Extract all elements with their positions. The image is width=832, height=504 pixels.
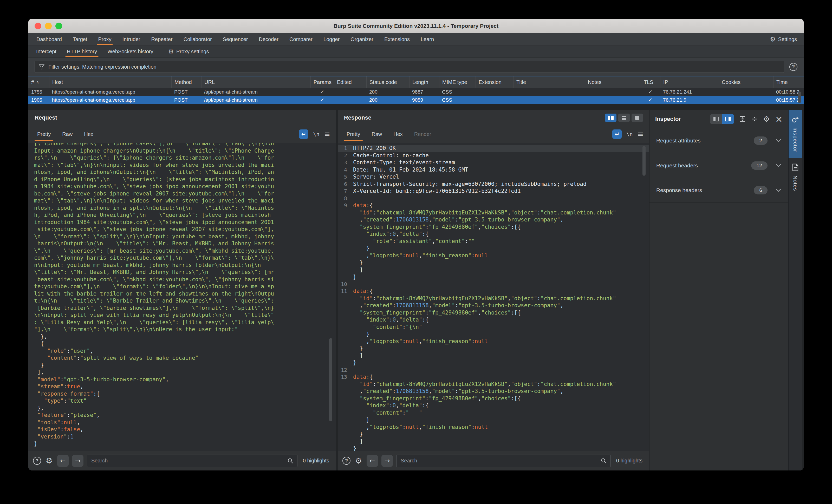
show-newlines-toggle[interactable]: \n xyxy=(626,131,632,137)
menu-tab-intruder[interactable]: Intruder xyxy=(117,33,146,46)
inspector-settings-gear-icon[interactable]: ⚙ xyxy=(763,115,770,123)
menu-tab-organizer[interactable]: Organizer xyxy=(345,33,379,46)
response-tab-render[interactable]: Render xyxy=(409,125,437,143)
column-header-params[interactable]: Params xyxy=(310,76,334,88)
proxy-settings-button[interactable]: ⚙ Proxy settings xyxy=(163,46,214,57)
expand-all-icon[interactable] xyxy=(739,116,746,123)
inspector-section-response-headers[interactable]: Response headers6 xyxy=(649,178,788,203)
word-wrap-toggle-icon[interactable]: ↵ xyxy=(612,129,622,139)
column-header-title[interactable]: Title xyxy=(513,76,585,88)
column-header-[interactable]: #∧ xyxy=(28,76,49,88)
column-header-length[interactable]: Length xyxy=(409,76,439,88)
line-content: "id":"chatcmpl-8nWMQ7ybrHavbitqEuZX12vHa… xyxy=(350,381,649,388)
count-badge: 12 xyxy=(751,161,768,170)
menu-tab-learn[interactable]: Learn xyxy=(415,33,439,46)
layout-columns-button[interactable] xyxy=(605,113,617,122)
settings-button[interactable]: ⚙ Settings xyxy=(763,33,804,46)
column-header-method[interactable]: Method xyxy=(171,76,201,88)
next-match-button[interactable]: → xyxy=(72,455,83,467)
close-inspector-icon[interactable]: × xyxy=(775,115,783,124)
column-header-status-code[interactable]: Status code xyxy=(366,76,409,88)
menu-tab-proxy[interactable]: Proxy xyxy=(93,33,117,46)
line-content: "index":0,"delta":{ xyxy=(350,231,649,238)
close-window-button[interactable] xyxy=(34,23,41,29)
help-icon[interactable]: ? xyxy=(789,63,798,71)
help-icon[interactable]: ? xyxy=(342,457,350,465)
response-code-line: ] xyxy=(338,352,649,360)
inspector-section-request-attributes[interactable]: Request attributes2 xyxy=(649,128,788,153)
menu-tab-target[interactable]: Target xyxy=(67,33,93,46)
response-code-line: ,"logprobs":null,"finish_reason":null xyxy=(338,424,649,431)
help-icon[interactable]: ? xyxy=(33,457,41,465)
menu-tab-dashboard[interactable]: Dashboard xyxy=(31,33,67,46)
table-row-1755[interactable]: 1755https://open-ai-chat-omega.vercel.ap… xyxy=(28,88,804,96)
previous-match-button[interactable]: ← xyxy=(367,455,378,467)
request-scrollbar[interactable] xyxy=(329,338,332,421)
layout-rows-button[interactable] xyxy=(618,113,630,122)
menu-tab-sequencer[interactable]: Sequencer xyxy=(217,33,254,46)
chevron-down-icon[interactable] xyxy=(775,163,782,168)
minimize-window-button[interactable] xyxy=(45,23,52,29)
panel-divider[interactable] xyxy=(336,110,338,471)
menu-tab-repeater[interactable]: Repeater xyxy=(146,33,178,46)
chevron-down-icon[interactable] xyxy=(775,188,782,192)
chevron-down-icon[interactable] xyxy=(775,138,782,143)
response-editor[interactable]: 1HTTP/2 200 OK2Cache-Control: no-cache3C… xyxy=(338,143,649,451)
column-header-host[interactable]: Host xyxy=(49,76,171,88)
previous-match-button[interactable]: ← xyxy=(57,455,69,467)
request-tab-raw[interactable]: Raw xyxy=(56,125,78,143)
response-tab-pretty[interactable]: Pretty xyxy=(341,125,366,143)
search-settings-gear-icon[interactable]: ⚙ xyxy=(45,456,54,466)
subtab-http-history[interactable]: HTTP history xyxy=(61,46,102,57)
response-tab-hex[interactable]: Hex xyxy=(388,125,409,143)
inspector-section-request-headers[interactable]: Request headers12 xyxy=(649,153,788,178)
next-match-button[interactable]: → xyxy=(382,455,393,467)
search-settings-gear-icon[interactable]: ⚙ xyxy=(354,456,363,466)
request-search-input[interactable] xyxy=(91,457,285,464)
filter-settings-bar[interactable]: Filter settings: Matching expression com… xyxy=(34,61,784,73)
request-code-line: } xyxy=(34,362,336,369)
side-tab-notes[interactable]: Notes xyxy=(788,158,802,197)
response-scrollbar[interactable] xyxy=(643,146,646,176)
column-header-notes[interactable]: Notes xyxy=(585,76,641,88)
editor-menu-icon[interactable]: ≡ xyxy=(638,131,644,138)
menu-tab-comparer[interactable]: Comparer xyxy=(284,33,318,46)
menu-tab-decoder[interactable]: Decoder xyxy=(253,33,284,46)
column-header-cookies[interactable]: Cookies xyxy=(719,76,773,88)
column-header-mime-type[interactable]: MIME type xyxy=(439,76,475,88)
inspector-dock-left-button[interactable] xyxy=(710,114,722,124)
menu-tab-logger[interactable]: Logger xyxy=(318,33,345,46)
column-header-tls[interactable]: TLS xyxy=(641,76,660,88)
response-search-input[interactable] xyxy=(400,457,598,464)
layout-single-button[interactable] xyxy=(631,113,643,122)
zoom-window-button[interactable] xyxy=(55,23,62,29)
column-header-time[interactable]: Time xyxy=(773,76,804,88)
inspector-dock-right-button[interactable] xyxy=(722,114,734,124)
request-tab-pretty[interactable]: Pretty xyxy=(31,125,56,143)
column-header-extension[interactable]: Extension xyxy=(475,76,513,88)
table-scrollbar[interactable] xyxy=(798,91,801,103)
line-number xyxy=(338,409,350,417)
request-tab-hex[interactable]: Hex xyxy=(78,125,99,143)
column-header-ip[interactable]: IP xyxy=(660,76,719,88)
editor-menu-icon[interactable]: ≡ xyxy=(324,131,330,138)
response-highlights-count: 0 highlights xyxy=(614,458,645,464)
response-code-line: 3Content-Type: text/event-stream xyxy=(338,159,649,166)
line-number: 10 xyxy=(338,281,350,288)
show-newlines-toggle[interactable]: \n xyxy=(313,131,319,137)
subtab-websockets-history[interactable]: WebSockets history xyxy=(102,46,158,57)
line-number xyxy=(338,438,350,445)
collapse-all-icon[interactable] xyxy=(751,116,758,123)
column-header-edited[interactable]: Edited xyxy=(334,76,366,88)
column-header-url[interactable]: URL xyxy=(201,76,310,88)
response-tab-raw[interactable]: Raw xyxy=(366,125,388,143)
request-editor[interactable]: [\"iphone chargers\", \"iphone cases\"],… xyxy=(28,143,336,451)
menu-tab-extensions[interactable]: Extensions xyxy=(379,33,415,46)
response-code-line: 1HTTP/2 200 OK xyxy=(338,145,649,152)
table-row-1905[interactable]: 1905https://open-ai-chat-omega.vercel.ap… xyxy=(28,96,804,104)
menu-tab-collaborator[interactable]: Collaborator xyxy=(178,33,217,46)
side-tab-inspector[interactable]: Inspector xyxy=(788,110,802,158)
subtab-intercept[interactable]: Intercept xyxy=(31,46,61,57)
word-wrap-toggle-icon[interactable]: ↵ xyxy=(299,129,308,139)
request-code-line: "feature":"please", xyxy=(34,412,336,419)
